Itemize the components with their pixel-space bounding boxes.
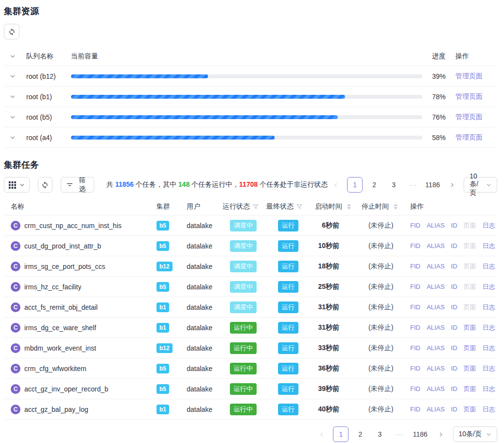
id-link[interactable]: ID xyxy=(451,283,457,290)
log-link[interactable]: 日志 xyxy=(483,344,495,353)
sort-carets-icon[interactable] xyxy=(347,204,351,210)
log-link[interactable]: 日志 xyxy=(483,385,495,393)
id-link[interactable]: ID xyxy=(451,324,457,331)
page-button-1[interactable]: 1 xyxy=(347,177,363,193)
page-button-3[interactable]: 3 xyxy=(386,177,401,193)
prev-page-button[interactable] xyxy=(328,177,343,193)
page-size-select[interactable]: 10条/页 xyxy=(464,177,497,193)
manage-page-link[interactable]: 管理页面 xyxy=(455,113,483,121)
fid-link[interactable]: FID xyxy=(410,344,420,352)
log-link[interactable]: 日志 xyxy=(483,221,495,230)
page-link[interactable]: 页面 xyxy=(464,323,476,332)
expand-chevron-down-icon[interactable] xyxy=(10,94,22,100)
alias-link[interactable]: ALIAS xyxy=(427,222,445,229)
resources-refresh-button[interactable] xyxy=(4,24,19,39)
id-link[interactable]: ID xyxy=(451,303,457,311)
id-link[interactable]: ID xyxy=(451,385,457,392)
id-link[interactable]: ID xyxy=(451,242,457,249)
log-link[interactable]: 日志 xyxy=(483,262,495,271)
log-link[interactable]: 日志 xyxy=(483,242,495,250)
page-link[interactable]: 页面 xyxy=(464,242,476,250)
manage-page-link[interactable]: 管理页面 xyxy=(455,92,483,100)
collapse-all-chevron-down-icon[interactable] xyxy=(10,53,22,59)
task-row: C irms_dg_ce_ware_shelf b1 datalake 运行中 … xyxy=(4,318,497,338)
pagination-ellipsis[interactable]: ··· xyxy=(391,426,407,442)
fid-link[interactable]: FID xyxy=(410,242,420,249)
task-avatar: C xyxy=(11,364,20,373)
page-link[interactable]: 页面 xyxy=(464,405,476,414)
task-user: datalake xyxy=(187,303,223,311)
apps-grid-icon xyxy=(9,181,16,189)
fid-link[interactable]: FID xyxy=(410,283,420,290)
page-link[interactable]: 页面 xyxy=(464,385,476,393)
id-link[interactable]: ID xyxy=(451,365,457,372)
task-actions: FID ALIAS ID 页面 日志 xyxy=(410,364,497,373)
final-status-badge: 运行 xyxy=(278,281,298,293)
log-link[interactable]: 日志 xyxy=(483,283,495,291)
next-page-button[interactable] xyxy=(444,177,460,193)
alias-link[interactable]: ALIAS xyxy=(427,242,445,249)
log-link[interactable]: 日志 xyxy=(483,364,495,373)
layout-grid-dropdown-button[interactable] xyxy=(4,177,30,193)
task-actions: FID ALIAS ID 页面 日志 xyxy=(410,242,497,250)
manage-page-link[interactable]: 管理页面 xyxy=(455,133,483,141)
id-link[interactable]: ID xyxy=(451,344,457,352)
expand-chevron-down-icon[interactable] xyxy=(10,114,22,120)
cluster-tag: b12 xyxy=(156,343,173,353)
alias-link[interactable]: ALIAS xyxy=(427,406,445,413)
cluster-tag: b5 xyxy=(156,241,169,251)
alias-link[interactable]: ALIAS xyxy=(427,385,445,392)
funnel-icon[interactable] xyxy=(253,204,259,210)
expand-chevron-down-icon[interactable] xyxy=(10,73,22,79)
page-link[interactable]: 页面 xyxy=(464,344,476,353)
log-link[interactable]: 日志 xyxy=(483,303,495,312)
sort-carets-icon[interactable] xyxy=(394,204,398,210)
page-size-select[interactable]: 10条/页 xyxy=(453,426,497,442)
tasks-refresh-button[interactable] xyxy=(38,177,52,193)
fid-link[interactable]: FID xyxy=(410,222,420,229)
id-link[interactable]: ID xyxy=(451,222,457,229)
page-link[interactable]: 页面 xyxy=(464,364,476,373)
filter-button[interactable]: 筛选 xyxy=(61,177,94,193)
task-name: acct_gz_bal_pay_log xyxy=(24,406,88,413)
fid-link[interactable]: FID xyxy=(410,406,420,413)
fid-link[interactable]: FID xyxy=(410,324,420,331)
capacity-progress-bar xyxy=(71,74,422,78)
page-link[interactable]: 页面 xyxy=(464,221,476,230)
alias-link[interactable]: ALIAS xyxy=(427,324,445,331)
fid-link[interactable]: FID xyxy=(410,365,420,372)
page-button-2[interactable]: 2 xyxy=(366,177,382,193)
task-actions: FID ALIAS ID 页面 日志 xyxy=(410,303,497,312)
fid-link[interactable]: FID xyxy=(410,385,420,392)
id-link[interactable]: ID xyxy=(451,263,457,270)
manage-page-link[interactable]: 管理页面 xyxy=(455,72,483,80)
pagination-ellipsis[interactable]: ··· xyxy=(405,177,421,193)
page-link[interactable]: 页面 xyxy=(464,283,476,291)
fid-link[interactable]: FID xyxy=(410,303,420,311)
alias-link[interactable]: ALIAS xyxy=(427,344,445,352)
alias-link[interactable]: ALIAS xyxy=(427,365,445,372)
alias-link[interactable]: ALIAS xyxy=(427,303,445,311)
last-page-button[interactable]: 1186 xyxy=(425,177,440,193)
log-link[interactable]: 日志 xyxy=(483,405,495,414)
page-button-3[interactable]: 3 xyxy=(372,426,387,442)
chevron-left-icon xyxy=(319,432,324,437)
alias-link[interactable]: ALIAS xyxy=(427,263,445,270)
prev-page-button[interactable] xyxy=(313,426,329,442)
start-time: 25秒前 xyxy=(315,283,362,291)
task-summary: 共 11856 个任务，其中 148 个任务运行中，11708 个任务处于非运行… xyxy=(106,180,328,189)
page-link[interactable]: 页面 xyxy=(464,262,476,271)
last-page-button[interactable]: 1186 xyxy=(411,426,429,442)
page-button-2[interactable]: 2 xyxy=(352,426,368,442)
stop-time: (未停止) xyxy=(362,364,410,373)
expand-chevron-down-icon[interactable] xyxy=(10,135,22,141)
next-page-button[interactable] xyxy=(434,426,449,442)
log-link[interactable]: 日志 xyxy=(483,323,495,332)
page-button-1[interactable]: 1 xyxy=(333,426,348,442)
id-link[interactable]: ID xyxy=(451,406,457,413)
funnel-icon[interactable] xyxy=(296,204,302,210)
page-link[interactable]: 页面 xyxy=(464,303,476,312)
alias-link[interactable]: ALIAS xyxy=(427,283,445,290)
capacity-progress-bar xyxy=(71,95,422,99)
fid-link[interactable]: FID xyxy=(410,263,420,270)
